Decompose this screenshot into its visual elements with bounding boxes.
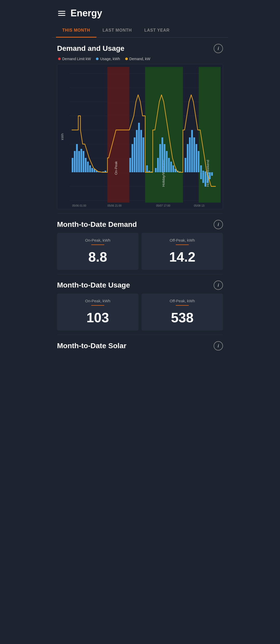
svg-rect-53 <box>143 137 144 172</box>
demand-stats-grid: On-Peak, kWh 8.8 Off-Peak, kWh 14.2 <box>57 233 223 270</box>
svg-rect-50 <box>136 130 138 172</box>
legend-dot-demand-limit <box>58 58 61 60</box>
off-peak-usage-label: Off-Peak, kWh <box>170 299 195 303</box>
chart-legend: Demand Limit kW Usage, kWh Demand, kW <box>57 57 223 61</box>
svg-rect-66 <box>172 165 174 172</box>
legend-demand-limit: Demand Limit kW <box>58 57 91 61</box>
svg-rect-58 <box>155 168 157 172</box>
tab-last-month[interactable]: LAST MONTH <box>96 24 138 38</box>
on-peak-usage-label: On-Peak, kWh <box>85 299 110 303</box>
svg-rect-24 <box>108 67 129 202</box>
svg-rect-37 <box>87 162 89 172</box>
on-peak-demand-value: 8.8 <box>88 249 107 265</box>
svg-rect-35 <box>83 151 85 172</box>
legend-demand: Demand, kW <box>125 57 150 61</box>
menu-button[interactable] <box>58 11 65 16</box>
off-peak-usage-value: 538 <box>171 310 194 325</box>
month-to-date-solar-section: Month-to-Date Solar i <box>52 335 228 358</box>
svg-rect-72 <box>187 144 189 172</box>
demand-usage-section: Demand and Usage i Demand Limit kW Usage… <box>52 38 228 213</box>
month-to-date-solar-info-icon[interactable]: i <box>214 341 223 351</box>
svg-rect-76 <box>195 144 197 172</box>
demand-usage-title: Demand and Usage <box>57 44 124 53</box>
on-peak-usage-value: 103 <box>87 310 109 325</box>
demand-usage-chart: kWh 14 12 10 8 6 4 2 0 -2 -4 <box>57 64 223 209</box>
svg-rect-92 <box>211 172 213 176</box>
y-axis-label: kWh <box>60 133 64 140</box>
svg-rect-52 <box>140 130 142 172</box>
month-to-date-solar-title: Month-to-Date Solar <box>57 342 127 350</box>
off-peak-underline <box>176 244 189 245</box>
tab-last-year[interactable]: LAST YEAR <box>138 24 176 38</box>
off-peak-usage-card: Off-Peak, kWh 538 <box>142 293 223 331</box>
svg-rect-78 <box>200 165 202 172</box>
svg-text:05/08 13:: 05/08 13: <box>194 204 205 207</box>
svg-rect-49 <box>134 137 136 172</box>
svg-rect-48 <box>131 144 133 172</box>
svg-rect-33 <box>78 151 80 172</box>
svg-rect-31 <box>74 151 76 172</box>
svg-rect-39 <box>92 168 93 172</box>
svg-rect-63 <box>166 151 168 172</box>
off-peak-usage-underline <box>176 305 189 306</box>
svg-rect-62 <box>164 144 165 172</box>
month-to-date-usage-title: Month-to-Date Usage <box>57 281 130 289</box>
on-peak-usage-underline <box>91 305 104 306</box>
svg-rect-88 <box>202 172 204 183</box>
on-peak-underline <box>91 244 104 245</box>
legend-dot-demand <box>125 58 128 60</box>
svg-rect-73 <box>189 137 191 172</box>
chart-svg: 14 12 10 8 6 4 2 0 -2 -4 <box>70 67 221 208</box>
usage-stats-grid: On-Peak, kWh 103 Off-Peak, kWh 538 <box>57 293 223 331</box>
legend-dot-usage <box>96 58 99 60</box>
month-to-date-usage-info-icon[interactable]: i <box>214 281 223 290</box>
tab-bar: THIS MONTH LAST MONTH LAST YEAR <box>52 24 228 38</box>
off-peak-demand-label: Off-Peak, kWh <box>170 238 195 242</box>
on-peak-demand-card: On-Peak, kWh 8.8 <box>57 233 138 270</box>
svg-text:05/07 17:00: 05/07 17:00 <box>156 204 170 207</box>
svg-text:05/06 21:00: 05/06 21:00 <box>108 204 122 207</box>
svg-rect-47 <box>129 158 131 172</box>
month-to-date-usage-section: Month-to-Date Usage i On-Peak, kWh 103 O… <box>52 274 228 335</box>
tab-this-month[interactable]: THIS MONTH <box>56 24 96 38</box>
svg-rect-65 <box>170 162 172 172</box>
month-to-date-demand-title: Month-to-Date Demand <box>57 220 137 229</box>
svg-rect-32 <box>76 144 78 172</box>
month-to-date-demand-section: Month-to-Date Demand i On-Peak, kWh 8.8 … <box>52 214 228 274</box>
legend-usage: Usage, kWh <box>96 57 120 61</box>
svg-rect-87 <box>200 172 202 179</box>
header: Energy <box>52 0 228 24</box>
svg-rect-51 <box>138 123 140 172</box>
svg-rect-30 <box>72 158 74 172</box>
svg-rect-75 <box>193 137 195 172</box>
svg-rect-60 <box>159 144 161 172</box>
svg-rect-74 <box>191 130 193 172</box>
month-to-date-demand-info-icon[interactable]: i <box>214 220 223 229</box>
svg-text:On-Peak: On-Peak <box>114 161 118 175</box>
svg-rect-79 <box>202 171 204 172</box>
off-peak-demand-value: 14.2 <box>169 249 195 265</box>
svg-rect-54 <box>146 165 148 172</box>
svg-rect-91 <box>209 172 211 179</box>
svg-rect-64 <box>168 158 170 172</box>
svg-rect-80 <box>205 171 206 172</box>
svg-rect-34 <box>80 149 82 172</box>
on-peak-usage-card: On-Peak, kWh 103 <box>57 293 138 331</box>
svg-rect-89 <box>205 172 206 186</box>
svg-rect-36 <box>85 158 87 172</box>
svg-rect-38 <box>89 165 91 172</box>
svg-rect-71 <box>185 158 186 172</box>
page-title: Energy <box>71 8 102 19</box>
on-peak-demand-label: On-Peak, kWh <box>85 238 110 242</box>
svg-rect-61 <box>162 137 163 172</box>
svg-rect-59 <box>157 158 159 172</box>
off-peak-demand-card: Off-Peak, kWh 14.2 <box>142 233 223 270</box>
demand-usage-info-icon[interactable]: i <box>214 44 223 53</box>
svg-text:05/06 01:00: 05/06 01:00 <box>72 204 86 207</box>
svg-rect-77 <box>198 151 200 172</box>
